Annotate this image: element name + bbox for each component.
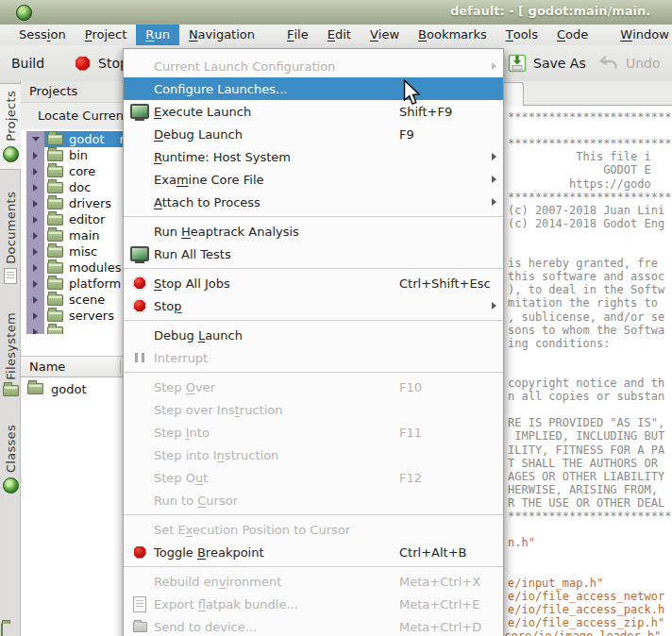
menu-item-interrupt[interactable]: Interrupt xyxy=(124,346,503,369)
expander-closed-icon[interactable] xyxy=(26,200,44,208)
menu-item-label: Step Out xyxy=(154,471,208,485)
menu-item-label: Examine Core File xyxy=(154,173,264,187)
menu-item-step-into-instruction[interactable]: Step into Instruction xyxy=(124,444,503,466)
menu-item-toggle-breakpoint[interactable]: Toggle BreakpointCtrl+Alt+B xyxy=(124,541,503,563)
submenu-arrow-icon xyxy=(492,62,496,70)
undo-button[interactable]: Undo xyxy=(598,49,661,77)
bottom-left-folder-icon xyxy=(1,624,3,636)
pause-icon xyxy=(129,346,150,369)
expander-closed-icon[interactable] xyxy=(26,312,44,320)
expander-closed-icon[interactable] xyxy=(26,152,44,159)
sidebar-tab-label: Documents xyxy=(4,192,18,264)
menu-item-run-to-cursor[interactable]: Run to Cursor xyxy=(124,489,503,511)
tree-item-label: scene xyxy=(69,293,105,307)
menu-item-label: Step Into xyxy=(154,426,210,440)
menu-item-run-heaptrack-analysis[interactable]: Run Heaptrack Analysis xyxy=(124,220,503,243)
folder-icon xyxy=(3,385,19,396)
menu-item-debug-launch[interactable]: Debug LaunchF9 xyxy=(124,123,503,145)
left-dock-tabbar: ProjectsDocumentsFilesystemClasses xyxy=(0,81,21,636)
expander-closed-icon[interactable] xyxy=(26,296,44,304)
sidebar-tab-label: Filesystem xyxy=(4,312,18,380)
sidebar-tab-projects[interactable]: Projects xyxy=(0,83,21,170)
tree-item-label: bin xyxy=(69,148,88,162)
menu-item-export-flatpak-bundle[interactable]: Export flatpak bundle...Meta+Ctrl+E xyxy=(124,593,503,615)
expander-open-icon[interactable] xyxy=(26,137,44,142)
build-button[interactable]: Build xyxy=(11,49,44,77)
menubar-item-project[interactable]: Project xyxy=(76,25,137,45)
save-as-button[interactable]: Save As xyxy=(508,49,586,77)
menu-item-icon-slot xyxy=(129,376,150,398)
menu-item-label: Run All Tests xyxy=(154,247,231,261)
breakpoint-icon xyxy=(129,541,150,563)
menu-item-label: Execute Launch xyxy=(154,105,251,119)
folder-icon xyxy=(129,615,150,636)
menubar-item-window[interactable]: Window xyxy=(611,25,672,45)
menu-item-icon-slot xyxy=(129,324,150,346)
menubar-item-code[interactable]: Code xyxy=(547,25,597,45)
tree-item-label: modules xyxy=(69,260,122,275)
menu-item-label: Export flatpak bundle... xyxy=(154,597,298,611)
menu-item-step-out[interactable]: Step OutF12 xyxy=(124,466,503,489)
menubar-item-tools[interactable]: Tools xyxy=(496,25,547,45)
menu-item-label: Set Execution Position to Cursor xyxy=(154,523,350,537)
expander-closed-icon[interactable] xyxy=(26,232,44,240)
menu-item-stop-all-jobs[interactable]: Stop All JobsCtrl+Shift+Esc xyxy=(124,272,503,294)
menu-item-configure-launches[interactable]: Configure Launches... xyxy=(124,77,503,100)
menubar-item-view[interactable]: View xyxy=(361,25,409,45)
menu-item-icon-slot xyxy=(129,168,150,191)
menu-item-step-into[interactable]: Step IntoF11 xyxy=(124,421,503,444)
menu-separator xyxy=(124,320,503,321)
kdevelop-icon xyxy=(3,146,19,162)
sidebar-tab-classes[interactable]: Classes xyxy=(0,418,21,500)
expander-closed-icon[interactable] xyxy=(26,248,44,256)
menu-item-send-to-device[interactable]: Send to device...Meta+Ctrl+D xyxy=(124,615,503,636)
menu-item-step-over[interactable]: Step OverF10 xyxy=(124,376,503,398)
menu-item-shortcut: Ctrl+Shift+Esc xyxy=(399,276,491,291)
folder-icon xyxy=(47,166,63,177)
menu-separator xyxy=(124,372,503,373)
menu-item-step-over-instruction[interactable]: Step over Instruction xyxy=(124,398,503,421)
menu-item-shortcut: Ctrl+Alt+B xyxy=(399,545,466,560)
monitor-icon xyxy=(129,100,150,123)
expander-closed-icon[interactable] xyxy=(26,216,44,224)
kdevelop-icon xyxy=(3,477,19,494)
menu-item-execute-launch[interactable]: Execute LaunchShift+F9 xyxy=(124,100,503,123)
menu-item-runtime-host-system[interactable]: Runtime: Host System xyxy=(124,145,503,168)
stop-icon xyxy=(129,294,150,317)
tree-item-label: godot xyxy=(69,132,105,146)
menu-item-shortcut: Meta+Ctrl+X xyxy=(399,575,480,589)
menu-item-rebuild-environment[interactable]: Rebuild environmentMeta+Ctrl+X xyxy=(124,570,503,593)
tree-item-label: servers xyxy=(69,309,114,323)
expander-closed-icon[interactable] xyxy=(26,264,44,272)
expander-closed-icon[interactable] xyxy=(26,280,44,288)
name-column-header[interactable]: Name xyxy=(29,360,65,374)
sidebar-tab-filesystem[interactable]: Filesystem xyxy=(0,306,21,403)
menu-item-icon-slot xyxy=(129,518,150,541)
menu-item-icon-slot xyxy=(129,123,150,145)
menubar-item-bookmarks[interactable]: Bookmarks xyxy=(409,25,496,45)
submenu-arrow-icon xyxy=(492,176,496,183)
menu-item-current-launch-configuration[interactable]: Current Launch Configuration xyxy=(124,55,503,77)
menubar-item-session[interactable]: Session xyxy=(9,25,76,45)
menubar-item-file[interactable]: File xyxy=(277,25,318,45)
menu-item-set-execution-position-to-cursor[interactable]: Set Execution Position to Cursor xyxy=(124,518,503,541)
expander-closed-icon[interactable] xyxy=(26,184,44,192)
menu-item-shortcut: Meta+Ctrl+D xyxy=(399,620,481,634)
column-separator[interactable] xyxy=(120,360,121,374)
menu-item-stop[interactable]: Stop xyxy=(124,294,503,317)
sidebar-tab-documents[interactable]: Documents xyxy=(0,185,21,292)
tree-item-label: editor xyxy=(69,212,105,226)
titlebar[interactable]: default: - [ godot:main/main. xyxy=(0,0,672,25)
menubar-item-run[interactable]: Run xyxy=(136,25,179,45)
menu-item-attach-to-process[interactable]: Attach to Process xyxy=(124,191,503,213)
menu-item-run-all-tests[interactable]: Run All Tests xyxy=(124,243,503,265)
menubar-item-edit[interactable]: Edit xyxy=(318,25,361,45)
menu-item-debug-launch[interactable]: Debug Launch xyxy=(124,324,503,346)
menubar-item-navigation[interactable]: Navigation xyxy=(179,25,264,45)
menu-item-label: Send to device... xyxy=(154,620,257,634)
expander-closed-icon[interactable] xyxy=(26,168,44,176)
folder-icon xyxy=(47,134,63,145)
menu-item-examine-core-file[interactable]: Examine Core File xyxy=(124,168,503,191)
menu-item-label: Current Launch Configuration xyxy=(154,59,335,74)
expander-closed-icon[interactable] xyxy=(26,328,44,335)
